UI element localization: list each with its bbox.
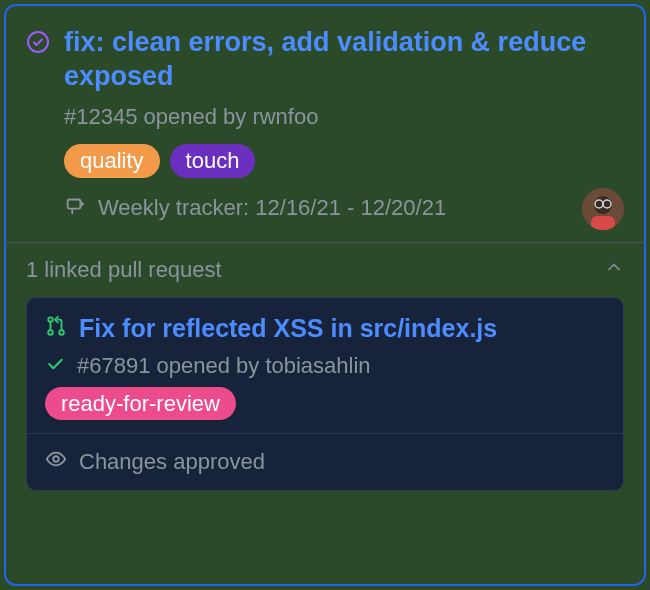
label-pill[interactable]: touch — [170, 144, 256, 178]
issue-labels: qualitytouch — [64, 144, 624, 178]
svg-point-13 — [53, 456, 59, 462]
label-pill[interactable]: ready-for-review — [45, 387, 236, 420]
pr-meta-row: #67891 opened by tobiasahlin — [45, 353, 605, 379]
svg-point-0 — [28, 32, 48, 52]
milestone-text: Weekly tracker: 12/16/21 - 12/20/21 — [98, 195, 446, 221]
issue-meta: #12345 opened by rwnfoo — [64, 104, 624, 130]
pr-meta: #67891 opened by tobiasahlin — [77, 353, 371, 379]
pr-labels: ready-for-review — [45, 391, 605, 417]
pr-title-row: Fix for reflected XSS in src/index.js — [45, 314, 605, 343]
milestone-icon — [64, 194, 86, 222]
svg-point-11 — [59, 330, 64, 335]
pr-status-row: Changes approved — [27, 433, 623, 490]
issue-card: fix: clean errors, add validation & redu… — [4, 4, 646, 586]
milestone-row: Weekly tracker: 12/16/21 - 12/20/21 — [64, 194, 624, 222]
label-pill[interactable]: quality — [64, 144, 160, 178]
check-icon — [45, 354, 65, 378]
pr-card: Fix for reflected XSS in src/index.js #6… — [26, 297, 624, 491]
svg-rect-1 — [68, 199, 81, 208]
svg-rect-8 — [591, 216, 615, 230]
pull-request-icon — [45, 315, 67, 341]
svg-point-9 — [48, 317, 53, 322]
avatar[interactable] — [582, 188, 624, 230]
linked-pr-header[interactable]: 1 linked pull request — [6, 243, 644, 297]
chevron-up-icon — [604, 257, 624, 283]
issue-title-row: fix: clean errors, add validation & redu… — [26, 26, 624, 94]
eye-icon — [45, 448, 67, 476]
linked-pr-count: 1 linked pull request — [26, 257, 222, 283]
issue-section: fix: clean errors, add validation & redu… — [6, 6, 644, 243]
pr-title-link[interactable]: Fix for reflected XSS in src/index.js — [79, 314, 497, 343]
svg-point-10 — [48, 330, 53, 335]
open-issue-icon — [26, 30, 50, 58]
issue-title-link[interactable]: fix: clean errors, add validation & redu… — [64, 26, 624, 94]
pr-body: Fix for reflected XSS in src/index.js #6… — [27, 298, 623, 433]
pr-status-text: Changes approved — [79, 449, 265, 475]
